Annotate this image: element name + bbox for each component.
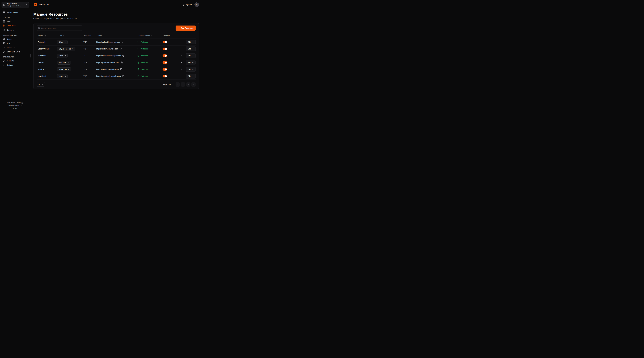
enabled-toggle[interactable] — [162, 68, 167, 71]
avatar[interactable]: M — [194, 3, 199, 7]
row-menu-button[interactable] — [180, 48, 184, 50]
org-label: Organization — [6, 3, 24, 5]
toggle-knob — [165, 48, 167, 50]
brand-name: PANGOLIN — [39, 4, 49, 6]
row-menu-button[interactable] — [180, 75, 184, 77]
sidebar-item-server-admin[interactable]: Server Admin — [2, 10, 29, 15]
column-header-authentication[interactable]: Authentication — [137, 35, 162, 37]
shield-check-icon — [137, 62, 140, 64]
sidebar-item-sites[interactable]: Sites — [2, 19, 29, 24]
site-link-button[interactable]: Office — [57, 54, 68, 58]
theme-selector[interactable]: System — [183, 4, 192, 6]
documentation-label: Documentation — [8, 105, 19, 106]
enabled-toggle[interactable] — [162, 48, 167, 50]
enabled-toggle[interactable] — [162, 61, 167, 64]
resource-url: https://bitwarden.example.com — [96, 55, 121, 57]
book-icon — [20, 105, 22, 106]
arrow-up-right-icon — [72, 48, 74, 50]
sidebar-item-label: Server Admin — [6, 12, 18, 14]
enabled-toggle[interactable] — [162, 41, 167, 43]
copy-url-button[interactable] — [122, 75, 124, 78]
site-link-button[interactable]: AWS VPC — [57, 61, 71, 65]
mail-icon — [3, 46, 5, 49]
page-size-select[interactable]: 20 — [36, 82, 45, 87]
table-row: Immich Home Lab TCP https://immich.examp… — [36, 66, 196, 73]
sort-icon — [63, 35, 65, 37]
copy-url-button[interactable] — [122, 41, 124, 43]
site-name: Office — [58, 55, 63, 57]
sidebar-item-shareable-links[interactable]: Shareable Links — [2, 50, 29, 54]
site-name: Office — [58, 41, 63, 43]
external-link-icon — [22, 102, 23, 104]
topbar: PANGOLIN System M — [33, 0, 199, 9]
copy-url-button[interactable] — [120, 68, 122, 71]
sidebar-item-domains[interactable]: Domains — [2, 28, 29, 32]
column-header-site[interactable]: Site — [57, 35, 82, 37]
org-selector[interactable]: Organization milo@fossorial.io's ... — [2, 2, 29, 8]
community-edition-link[interactable]: Community Edition — [7, 102, 23, 104]
enabled-toggle[interactable] — [162, 54, 167, 57]
ellipsis-icon — [181, 55, 183, 57]
edit-label: Edit — [188, 75, 190, 77]
row-menu-button[interactable] — [180, 55, 184, 57]
row-menu-button[interactable] — [180, 68, 184, 71]
chevron-right-icon — [187, 84, 189, 86]
pagination-last-button[interactable] — [192, 82, 196, 87]
sidebar-item-invitations[interactable]: Invitations — [2, 45, 29, 50]
pagination-prev-button[interactable] — [181, 82, 185, 87]
user-icon — [3, 38, 5, 40]
copy-url-button[interactable] — [120, 61, 123, 64]
sidebar-item-resources[interactable]: Resources — [2, 24, 29, 28]
resource-name: Grafana — [36, 62, 57, 64]
sidebar-item-users[interactable]: Users — [2, 37, 29, 41]
grid-icon — [3, 20, 5, 23]
arrow-up-right-icon — [64, 41, 66, 43]
table-row: Nextcloud Office TCP https://nextcloud.e… — [36, 73, 196, 80]
table-row: Bitwarden Office TCP https://bitwarden.e… — [36, 52, 196, 59]
users-icon — [3, 42, 5, 45]
row-menu-button[interactable] — [180, 61, 184, 64]
resource-protocol: TCP — [82, 75, 96, 77]
community-edition-label: Community Edition — [7, 102, 21, 104]
copy-url-button[interactable] — [122, 54, 125, 57]
moon-icon — [183, 4, 185, 6]
documentation-link[interactable]: Documentation — [8, 105, 22, 106]
resource-protocol: TCP — [82, 68, 96, 70]
sidebar-item-label: Users — [6, 38, 12, 40]
search-input[interactable] — [36, 26, 82, 31]
site-link-button[interactable]: Edge Device 01 — [57, 47, 75, 51]
toggle-knob — [165, 55, 167, 57]
edit-button[interactable]: Edit — [186, 40, 196, 44]
enabled-toggle[interactable] — [162, 75, 167, 78]
site-link-button[interactable]: Office — [57, 74, 68, 78]
column-header-name[interactable]: Name — [36, 35, 57, 37]
resource-url: https://immich.example.com — [96, 68, 119, 70]
arrow-right-icon — [192, 62, 194, 64]
pagination-first-button[interactable] — [176, 82, 180, 87]
table-row: Authentik Office TCP https://authentik.e… — [36, 39, 196, 46]
edit-button[interactable]: Edit — [186, 60, 196, 65]
column-header-enabled: Enabled — [162, 35, 178, 37]
edit-button[interactable]: Edit — [186, 47, 196, 51]
pagination-next-button[interactable] — [186, 82, 190, 87]
sidebar-item-settings[interactable]: Settings — [2, 63, 29, 67]
copy-url-button[interactable] — [120, 48, 122, 50]
sort-icon — [44, 35, 46, 37]
edit-button[interactable]: Edit — [186, 67, 196, 72]
auth-status: Protected — [140, 55, 148, 57]
row-menu-button[interactable] — [180, 41, 184, 43]
sidebar-item-label: Domains — [6, 29, 14, 31]
sidebar-scrollbar-thumb[interactable] — [30, 54, 30, 58]
main-content: PANGOLIN System M Manage Resources Creat… — [30, 0, 202, 111]
site-link-button[interactable]: Office — [57, 40, 68, 44]
column-header-protocol: Protocol — [82, 35, 96, 37]
resource-name: Authentik — [36, 41, 57, 43]
sidebar-item-api-keys[interactable]: API Keys — [2, 59, 29, 63]
sidebar-item-roles[interactable]: Roles — [2, 41, 29, 45]
edit-button[interactable]: Edit — [186, 53, 196, 58]
add-resource-button[interactable]: Add Resource — [176, 26, 196, 31]
column-header-access: Access — [96, 35, 137, 37]
edit-button[interactable]: Edit — [186, 74, 196, 79]
section-title-organization: ORGANIZATION — [2, 56, 29, 58]
site-link-button[interactable]: Home Lab — [57, 67, 71, 71]
